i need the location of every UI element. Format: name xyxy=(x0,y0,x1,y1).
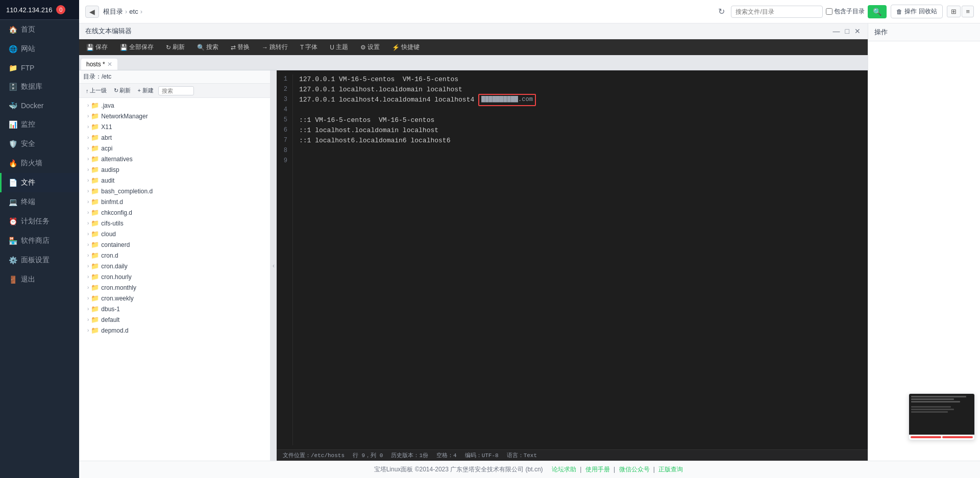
code-line-3[interactable]: 127.0.0.1 localhost4.localdomain4 localh… xyxy=(299,95,862,105)
tree-item-binfmt.d[interactable]: › 📁 binfmt.d xyxy=(79,196,270,207)
toolbar-btn-refresh[interactable]: ↻刷新 xyxy=(163,41,188,53)
code-line-4[interactable] xyxy=(299,105,862,115)
sidebar-item-website[interactable]: 🌐 网站 xyxy=(0,39,79,59)
tree-item-cron.weekly[interactable]: › 📁 cron.weekly xyxy=(79,293,270,304)
tree-item-abrt[interactable]: › 📁 abrt xyxy=(79,132,270,143)
sidebar-item-security[interactable]: 🛡️ 安全 xyxy=(0,134,79,154)
sidebar-item-appstore[interactable]: 🏪 软件商店 xyxy=(0,231,79,250)
tree-item-acpi[interactable]: › 📁 acpi xyxy=(79,143,270,154)
search-input[interactable] xyxy=(731,6,823,18)
tree-item-label: acpi xyxy=(101,145,112,152)
tree-item-chkconfig.d[interactable]: › 📁 chkconfig.d xyxy=(79,207,270,218)
tree-item-label: binfmt.d xyxy=(101,198,123,206)
view-toggle: ⊞ ≡ xyxy=(947,6,974,17)
tree-item-label: abrt xyxy=(101,134,112,141)
toolbar-btn-save_all[interactable]: 💾全部保存 xyxy=(117,41,157,53)
code-line-1[interactable]: 127.0.0.1 VM-16-5-centos VM-16-5-centos xyxy=(299,74,862,85)
tree-item-alternatives[interactable]: › 📁 alternatives xyxy=(79,154,270,164)
topbar-refresh-button[interactable]: ↻ xyxy=(716,5,727,18)
tree-item-label: containerd xyxy=(101,241,130,248)
collapse-handle[interactable]: ‹ xyxy=(271,70,277,461)
server-ip-label: 110.42.134.216 xyxy=(6,6,52,14)
sidebar-item-logout[interactable]: 🚪 退出 xyxy=(0,270,79,289)
thumbnail-btn-1[interactable] xyxy=(911,436,941,438)
footer-link-forum[interactable]: 论坛求助 xyxy=(552,466,576,473)
file-tab-hosts[interactable]: hosts * ✕ xyxy=(81,59,117,70)
tree-item-.java[interactable]: › 📁 .java xyxy=(79,100,270,111)
tree-new-button[interactable]: + 新建 xyxy=(135,86,156,95)
tree-item-audit[interactable]: › 📁 audit xyxy=(79,175,270,186)
search-button[interactable]: 🔍 xyxy=(868,5,887,18)
sidebar-label-ftp: FTP xyxy=(21,64,34,72)
close-button[interactable]: ✕ xyxy=(853,27,862,35)
sidebar-item-firewall[interactable]: 🔥 防火墙 xyxy=(0,154,79,173)
sidebar-item-terminal[interactable]: 💻 终端 xyxy=(0,192,79,212)
toolbar-btn-replace[interactable]: ⇄替换 xyxy=(228,41,253,53)
tree-item-label: X11 xyxy=(101,123,112,131)
toolbar-btn-shortcuts[interactable]: ⚡快捷键 xyxy=(389,41,423,53)
maximize-button[interactable]: □ xyxy=(844,27,850,35)
tree-item-cloud[interactable]: › 📁 cloud xyxy=(79,229,270,239)
tree-item-bash_completion.d[interactable]: › 📁 bash_completion.d xyxy=(79,186,270,196)
folder-icon: 📁 xyxy=(91,112,99,120)
sidebar-item-home[interactable]: 🏠 首页 xyxy=(0,20,79,39)
thumbnail-btn-2[interactable] xyxy=(942,436,973,438)
history-status: 历史版本：1份 xyxy=(391,451,428,459)
minimize-button[interactable]: — xyxy=(832,27,841,35)
sidebar-item-ftp[interactable]: 📁 FTP xyxy=(0,59,79,77)
code-line-5[interactable]: ::1 VM-16-5-centos VM-16-5-centos xyxy=(299,115,862,125)
tree-item-NetworkManager[interactable]: › 📁 NetworkManager xyxy=(79,111,270,121)
tree-item-cifs-utils[interactable]: › 📁 cifs-utils xyxy=(79,218,270,229)
code-lines[interactable]: 127.0.0.1 VM-16-5-centos VM-16-5-centos1… xyxy=(293,74,868,445)
code-line-7[interactable]: ::1 localhost6.localdomain6 localhost6 xyxy=(299,136,862,146)
toolbar-btn-theme[interactable]: U主题 xyxy=(327,41,351,53)
tree-item-dbus-1[interactable]: › 📁 dbus-1 xyxy=(79,304,270,314)
tab-close-button[interactable]: ✕ xyxy=(107,61,112,67)
tree-item-label: cron.d xyxy=(101,252,118,259)
toolbar-btn-goto[interactable]: →跳转行 xyxy=(259,41,291,53)
tree-item-cron.daily[interactable]: › 📁 cron.daily xyxy=(79,261,270,271)
toolbar-btn-settings[interactable]: ⚙设置 xyxy=(357,41,383,53)
tree-item-cron.hourly[interactable]: › 📁 cron.hourly xyxy=(79,271,270,282)
tree-refresh-button[interactable]: ↻ 刷新 xyxy=(111,86,133,95)
toolbar-btn-search[interactable]: 🔍搜索 xyxy=(194,41,222,53)
back-button[interactable]: ◀ xyxy=(85,6,99,18)
include-subdir-checkbox[interactable] xyxy=(826,8,832,15)
sidebar-item-cron[interactable]: ⏰ 计划任务 xyxy=(0,212,79,231)
footer-link-manual[interactable]: 使用手册 xyxy=(585,466,610,473)
footer-link-wechat[interactable]: 微信公众号 xyxy=(619,466,650,473)
sidebar-item-files[interactable]: 📄 文件 xyxy=(0,173,79,192)
sidebar-icon-logout: 🚪 xyxy=(9,275,17,284)
sidebar-item-monitor[interactable]: 📊 监控 xyxy=(0,115,79,134)
tree-chevron: › xyxy=(87,199,89,205)
code-line-9[interactable] xyxy=(299,156,862,166)
tree-item-audisp[interactable]: › 📁 audisp xyxy=(79,164,270,175)
tree-item-containerd[interactable]: › 📁 containerd xyxy=(79,239,270,250)
tree-item-cron.d[interactable]: › 📁 cron.d xyxy=(79,250,270,261)
code-line-6[interactable]: ::1 localhost.localdomain localhost xyxy=(299,125,862,136)
code-content[interactable]: 123456789 127.0.0.1 VM-16-5-centos VM-16… xyxy=(277,70,868,449)
tree-chevron: › xyxy=(87,103,89,108)
tree-up-button[interactable]: ↑ 上一级 xyxy=(83,86,109,95)
grid-view-button[interactable]: ⊞ xyxy=(947,6,961,17)
sidebar-item-settings[interactable]: ⚙️ 面板设置 xyxy=(0,250,79,270)
breadcrumb-sep2: › xyxy=(140,8,142,15)
sidebar-icon-monitor: 📊 xyxy=(9,120,17,129)
tree-search-input[interactable] xyxy=(158,86,194,95)
tree-item-cron.monthly[interactable]: › 📁 cron.monthly xyxy=(79,282,270,293)
tree-item-default[interactable]: › 📁 default xyxy=(79,314,270,325)
toolbar-btn-save[interactable]: 💾保存 xyxy=(83,41,111,53)
sidebar-item-database[interactable]: 🗄️ 数据库 xyxy=(0,77,79,96)
sidebar-item-docker[interactable]: 🐳 Docker xyxy=(0,96,79,115)
tree-item-depmod.d[interactable]: › 📁 depmod.d xyxy=(79,325,270,336)
thumbnail-preview xyxy=(909,394,974,435)
tree-chevron: › xyxy=(87,220,89,226)
list-view-button[interactable]: ≡ xyxy=(962,6,974,17)
code-line-2[interactable]: 127.0.0.1 localhost.localdomain localhos… xyxy=(299,85,862,95)
toolbar-icon-search: 🔍 xyxy=(197,44,205,51)
code-line-8[interactable] xyxy=(299,146,862,156)
footer-link-verify[interactable]: 正版查询 xyxy=(658,466,683,473)
recycle-bin-button[interactable]: 🗑 操作 回收站 xyxy=(891,5,943,18)
tree-item-X11[interactable]: › 📁 X11 xyxy=(79,121,270,132)
toolbar-btn-font[interactable]: T字体 xyxy=(297,41,321,53)
